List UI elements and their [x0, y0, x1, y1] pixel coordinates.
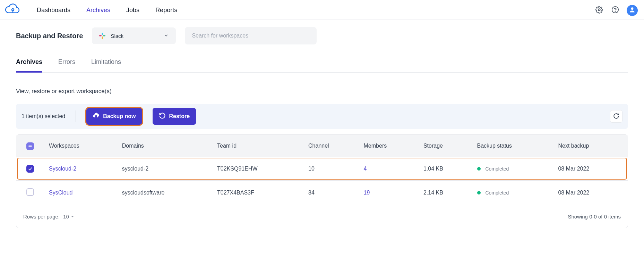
user-avatar[interactable] — [627, 5, 638, 16]
nav-archives[interactable]: Archives — [86, 7, 110, 14]
workspace-link[interactable]: SysCloud — [49, 190, 72, 196]
table-row[interactable]: SysCloud syscloudsoftware T027X4BAS3F 84… — [16, 180, 628, 205]
help-button[interactable] — [611, 5, 620, 15]
row-checkbox[interactable] — [26, 188, 34, 196]
workspace-link[interactable]: Syscloud-2 — [49, 166, 76, 172]
slack-icon — [99, 32, 106, 39]
rows-per-page-label: Rows per page: — [23, 214, 60, 220]
service-selector[interactable]: Slack — [92, 27, 176, 44]
col-workspaces[interactable]: Workspaces — [44, 135, 117, 157]
status-text: Completed — [486, 190, 509, 196]
cell-next-backup: 08 Mar 2022 — [553, 180, 628, 205]
col-next-backup[interactable]: Next backup — [553, 135, 628, 157]
backup-now-highlight: Backup now — [86, 108, 142, 125]
nav-links: Dashboards Archives Jobs Reports — [37, 7, 177, 14]
status-dot-icon — [477, 191, 481, 195]
tab-archives[interactable]: Archives — [16, 58, 42, 73]
tab-limitations[interactable]: Limitations — [91, 58, 121, 72]
action-bar: 1 item(s) selected Backup now Restore — [16, 104, 628, 129]
restore-icon — [159, 112, 166, 121]
restore-label: Restore — [169, 113, 190, 119]
chevron-down-icon — [70, 214, 75, 220]
workspaces-table: Workspaces Domains Team id Channel Membe… — [16, 135, 628, 205]
top-nav: Dashboards Archives Jobs Reports — [0, 0, 644, 19]
svg-rect-6 — [103, 35, 105, 36]
chevron-down-icon — [163, 33, 169, 39]
cloud-upload-icon — [93, 112, 100, 121]
cell-domain: syscloudsoftware — [117, 180, 212, 205]
cell-domain: syscloud-2 — [117, 157, 212, 180]
refresh-button[interactable] — [610, 110, 622, 123]
table-body: Syscloud-2 syscloud-2 T02KSQ91EHW 10 4 1… — [16, 157, 628, 205]
action-bar-left: 1 item(s) selected Backup now Restore — [22, 108, 196, 125]
page-title: Backup and Restore — [16, 32, 83, 40]
page-subtitle: View, restore or export workspace(s) — [16, 88, 628, 95]
col-backup-status[interactable]: Backup status — [472, 135, 553, 157]
cell-channel: 10 — [303, 157, 359, 180]
backup-now-label: Backup now — [103, 113, 136, 119]
workspaces-table-wrap: Workspaces Domains Team id Channel Membe… — [16, 134, 628, 228]
rows-per-page-select[interactable]: 10 — [63, 214, 75, 220]
rows-per-page: Rows per page: 10 — [23, 214, 75, 220]
svg-rect-5 — [102, 33, 103, 35]
service-name: Slack — [111, 33, 123, 39]
svg-rect-8 — [99, 35, 102, 36]
top-nav-right — [595, 5, 638, 16]
table-footer: Rows per page: 10 Showing 0-0 of 0 items — [16, 205, 628, 228]
tab-errors[interactable]: Errors — [58, 58, 75, 72]
selected-count-text: 1 item(s) selected — [22, 113, 65, 119]
members-link[interactable]: 4 — [364, 166, 367, 172]
row-checkbox[interactable] — [26, 165, 34, 173]
restore-button[interactable]: Restore — [153, 108, 196, 125]
table-row[interactable]: Syscloud-2 syscloud-2 T02KSQ91EHW 10 4 1… — [16, 157, 628, 180]
status-cell: Completed — [477, 190, 549, 196]
subtabs: Archives Errors Limitations — [16, 58, 628, 73]
col-storage[interactable]: Storage — [419, 135, 472, 157]
cell-storage: 1.04 KB — [419, 157, 472, 180]
col-domains[interactable]: Domains — [117, 135, 212, 157]
backup-now-button[interactable]: Backup now — [86, 108, 142, 125]
col-team-id[interactable]: Team id — [212, 135, 303, 157]
cell-channel: 84 — [303, 180, 359, 205]
page-body: Backup and Restore Slack Archives Errors… — [0, 19, 644, 242]
settings-button[interactable] — [595, 5, 604, 15]
divider — [76, 110, 76, 122]
table-header: Workspaces Domains Team id Channel Membe… — [16, 135, 628, 157]
top-nav-left: Dashboards Archives Jobs Reports — [5, 3, 177, 17]
nav-jobs[interactable]: Jobs — [126, 7, 139, 14]
refresh-icon — [613, 113, 619, 120]
showing-text: Showing 0-0 of 0 items — [568, 214, 621, 220]
svg-point-3 — [615, 11, 615, 11]
workspace-search[interactable] — [185, 27, 317, 44]
status-cell: Completed — [477, 166, 549, 172]
members-link[interactable]: 19 — [364, 190, 370, 196]
cell-next-backup: 08 Mar 2022 — [553, 157, 628, 180]
col-channel[interactable]: Channel — [303, 135, 359, 157]
app-logo — [5, 3, 21, 17]
rows-per-page-value: 10 — [63, 214, 69, 220]
gear-icon — [595, 9, 603, 15]
cell-storage: 2.14 KB — [419, 180, 472, 205]
page-header: Backup and Restore Slack — [16, 27, 628, 44]
svg-point-1 — [598, 9, 600, 11]
search-input[interactable] — [192, 33, 310, 39]
status-dot-icon — [477, 167, 481, 171]
nav-dashboards[interactable]: Dashboards — [37, 7, 70, 14]
cell-team-id: T027X4BAS3F — [212, 180, 303, 205]
status-text: Completed — [486, 166, 509, 172]
select-all-checkbox[interactable] — [26, 142, 34, 150]
help-icon — [611, 9, 619, 15]
user-icon — [629, 6, 636, 14]
col-members[interactable]: Members — [359, 135, 419, 157]
cell-team-id: T02KSQ91EHW — [212, 157, 303, 180]
svg-point-4 — [631, 7, 634, 10]
nav-reports[interactable]: Reports — [155, 7, 177, 14]
service-selector-label-group: Slack — [99, 32, 123, 39]
svg-rect-7 — [102, 36, 103, 39]
